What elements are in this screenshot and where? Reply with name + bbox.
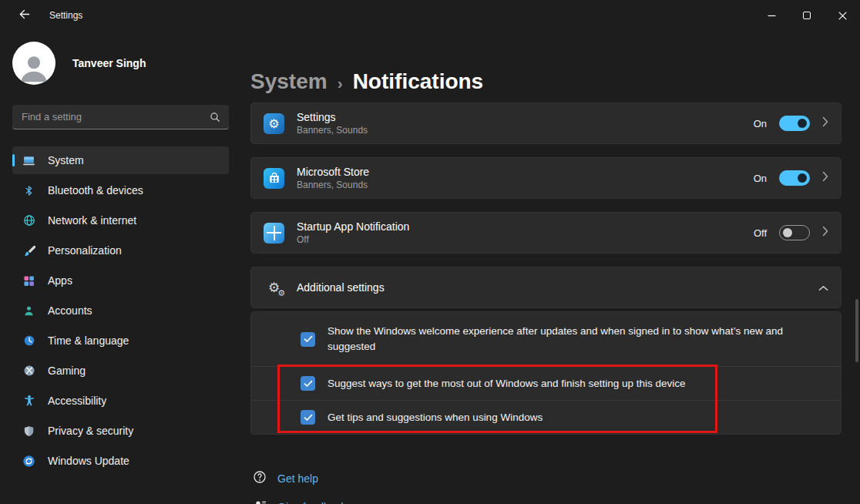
settings-notifications-toggle[interactable] <box>779 116 810 131</box>
sidebar-item-apps[interactable]: Apps <box>12 267 229 294</box>
sidebar-nav: System Bluetooth & devices Network & int… <box>12 146 229 475</box>
row-subtitle: Banners, Sounds <box>297 125 368 136</box>
footer-links: Get help Give feedback <box>250 470 842 504</box>
sidebar-item-label: Gaming <box>48 365 86 377</box>
clock-icon <box>22 334 35 348</box>
get-help-label: Get help <box>277 472 318 485</box>
welcome-experience-checkbox[interactable] <box>301 332 315 347</box>
sidebar-item-label: Privacy & security <box>48 425 133 437</box>
accessibility-person-icon <box>22 395 35 408</box>
checkmark-icon <box>304 335 313 343</box>
main-content: System › Notifications ⚙ Settings Banner… <box>239 31 860 504</box>
maximize-icon <box>803 12 811 19</box>
notification-row-microsoft-store[interactable]: Microsoft Store Banners, Sounds On <box>250 157 842 199</box>
sidebar-item-system[interactable]: System <box>12 146 229 174</box>
startup-app-notifications-toggle[interactable] <box>779 225 810 240</box>
get-help-link[interactable]: Get help <box>253 470 318 487</box>
row-subtitle: Banners, Sounds <box>297 180 369 190</box>
sidebar-item-accessibility[interactable]: Accessibility <box>12 387 229 415</box>
sidebar-item-label: Time & language <box>48 334 129 347</box>
bluetooth-icon <box>22 184 35 197</box>
page-title: Notifications <box>353 69 484 94</box>
user-profile: Tanveer Singh <box>12 42 229 85</box>
row-title: Microsoft Store <box>297 166 369 178</box>
person-silhouette-icon <box>16 49 52 85</box>
settings-window: Settings Tanveer Singh <box>0 0 860 504</box>
system-icon <box>22 154 35 167</box>
apps-grid-icon <box>22 274 35 287</box>
chevron-right-icon <box>822 226 828 240</box>
welcome-experience-row: Show the Windows welcome experience afte… <box>251 312 841 366</box>
give-feedback-label: Give feedback <box>277 501 347 504</box>
sidebar-item-bluetooth-devices[interactable]: Bluetooth & devices <box>12 176 229 204</box>
checkbox-label: Show the Windows welcome experience afte… <box>328 324 799 354</box>
microsoft-store-icon <box>264 168 284 189</box>
suggest-ways-checkbox[interactable] <box>301 376 315 391</box>
user-name: Tanveer Singh <box>72 57 146 69</box>
startup-app-icon <box>264 223 284 244</box>
window-controls <box>754 0 860 31</box>
sidebar-item-label: Accounts <box>48 304 92 317</box>
sidebar-item-time-language[interactable]: Time & language <box>12 327 229 354</box>
sidebar-item-personalization[interactable]: Personalization <box>12 237 229 264</box>
minimize-button[interactable] <box>754 0 789 31</box>
chevron-right-icon <box>822 171 828 185</box>
sidebar-item-label: Windows Update <box>48 455 129 467</box>
sidebar-item-label: System <box>48 154 84 166</box>
microsoft-store-notifications-toggle[interactable] <box>779 170 810 186</box>
suggest-ways-row: Suggest ways to get the most out of Wind… <box>251 366 841 400</box>
search-icon <box>210 112 220 123</box>
sidebar-item-gaming[interactable]: Gaming <box>12 357 229 385</box>
sidebar-item-label: Bluetooth & devices <box>48 184 143 197</box>
maximize-button[interactable] <box>789 0 825 31</box>
additional-settings-label: Additional settings <box>297 281 385 294</box>
checkmark-icon <box>304 414 313 422</box>
additional-settings-gears-icon: ⚙⚙ <box>268 281 280 294</box>
sidebar-item-network-internet[interactable]: Network & internet <box>12 207 229 234</box>
sidebar-item-windows-update[interactable]: Windows Update <box>12 447 229 475</box>
search-input[interactable] <box>12 105 210 129</box>
sidebar-item-label: Network & internet <box>48 214 136 227</box>
notifications-list: ⚙ Settings Banners, Sounds On <box>250 102 842 504</box>
toggle-state-label: Off <box>754 227 767 239</box>
accounts-person-icon <box>22 304 35 318</box>
window-title: Settings <box>49 10 82 21</box>
breadcrumb: System › Notifications <box>250 69 842 94</box>
sidebar-item-accounts[interactable]: Accounts <box>12 297 229 324</box>
sidebar-item-label: Apps <box>48 274 72 287</box>
row-title: Settings <box>297 111 368 123</box>
chevron-up-icon <box>818 281 828 294</box>
xbox-sphere-icon <box>22 365 35 378</box>
row-subtitle: Off <box>297 234 409 245</box>
toggle-state-label: On <box>754 173 767 184</box>
close-icon <box>838 12 847 20</box>
give-feedback-icon <box>253 499 267 504</box>
get-tips-checkbox[interactable] <box>301 410 315 425</box>
additional-settings-expander[interactable]: ⚙⚙ Additional settings <box>250 267 842 308</box>
checkbox-label: Suggest ways to get the most out of Wind… <box>328 376 686 391</box>
sidebar-item-label: Accessibility <box>48 395 106 407</box>
back-arrow-icon <box>18 8 30 22</box>
settings-app-icon: ⚙ <box>264 113 284 134</box>
additional-settings-panel: Show the Windows welcome experience afte… <box>250 311 842 435</box>
titlebar: Settings <box>0 0 860 31</box>
back-button[interactable] <box>11 4 37 27</box>
vertical-scrollbar[interactable] <box>855 299 858 362</box>
close-button[interactable] <box>825 0 860 31</box>
network-globe-icon <box>22 214 35 227</box>
shield-icon <box>22 425 35 438</box>
get-help-icon <box>253 470 267 487</box>
selected-accent-bar <box>12 154 15 166</box>
notification-row-startup-app[interactable]: Startup App Notification Off Off <box>250 212 842 254</box>
toggle-state-label: On <box>754 118 767 129</box>
sidebar-item-privacy-security[interactable]: Privacy & security <box>12 417 229 445</box>
breadcrumb-separator: › <box>338 72 343 92</box>
give-feedback-link[interactable]: Give feedback <box>253 499 347 504</box>
get-tips-row: Get tips and suggestions when using Wind… <box>251 400 841 434</box>
avatar <box>12 42 55 85</box>
notification-row-settings[interactable]: ⚙ Settings Banners, Sounds On <box>250 102 842 144</box>
breadcrumb-system[interactable]: System <box>250 69 328 94</box>
search-box <box>12 105 229 129</box>
checkbox-label: Get tips and suggestions when using Wind… <box>328 410 543 425</box>
sidebar: Tanveer Singh System <box>0 31 239 504</box>
